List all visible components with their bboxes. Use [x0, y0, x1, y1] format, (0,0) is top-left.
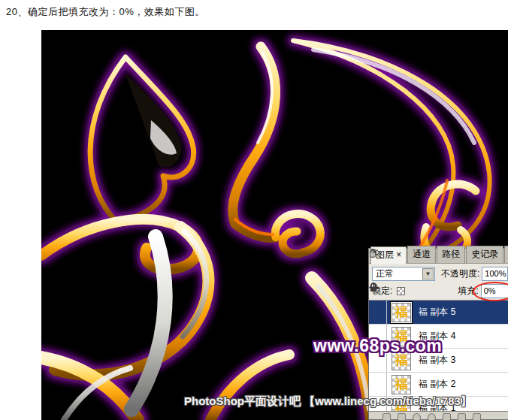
link-layers-icon[interactable]: [382, 413, 391, 420]
photoshop-canvas-image: 图层 × 通道 路径 史记录 动作 正常 ▼ 不透明度: 100% 锁定:: [41, 30, 508, 420]
watermark-68ps: www.68ps.com: [313, 336, 442, 356]
visibility-toggle[interactable]: [369, 301, 387, 325]
layer-name: 福 副本 2: [416, 378, 501, 391]
layer-style-icon[interactable]: [398, 413, 406, 420]
new-layer-icon[interactable]: [458, 413, 466, 420]
blend-mode-value: 正常: [376, 267, 394, 280]
layer-row[interactable]: 福 福 副本 5: [369, 301, 508, 325]
panel-controls: 正常 ▼ 不透明度: 100% 锁定:: [369, 264, 508, 300]
opacity-input[interactable]: 100%: [482, 267, 508, 281]
fill-label: 填充:: [458, 285, 478, 298]
tab-channels[interactable]: 通道: [407, 246, 436, 263]
adjustment-layer-icon[interactable]: [428, 413, 436, 420]
lock-position-icon[interactable]: [425, 286, 437, 297]
opacity-label: 不透明度:: [441, 267, 479, 280]
fill-input[interactable]: 0%: [481, 284, 508, 298]
layer-thumbnail[interactable]: 福: [392, 303, 411, 322]
lock-all-icon[interactable]: [440, 286, 452, 297]
visibility-toggle[interactable]: [369, 373, 387, 397]
chevron-down-icon[interactable]: ▼: [422, 268, 434, 279]
layer-row[interactable]: 福 福 副本 2: [369, 373, 508, 397]
tutorial-page: 20、确定后把填充改为：0%，效果如下图。: [0, 0, 517, 420]
tab-history[interactable]: 史记录: [466, 246, 503, 263]
lock-transparent-pixels-icon[interactable]: [395, 286, 407, 297]
layer-name: 福 副本 5: [416, 306, 501, 319]
delete-layer-icon[interactable]: [473, 413, 481, 420]
page-title: 20、确定后把填充改为：0%，效果如下图。: [6, 5, 205, 19]
blend-mode-select[interactable]: 正常 ▼: [372, 267, 435, 281]
new-group-icon[interactable]: [443, 413, 451, 420]
tab-actions[interactable]: 动作: [504, 246, 508, 263]
layer-mask-icon[interactable]: [413, 413, 421, 420]
lock-image-pixels-icon[interactable]: [410, 286, 422, 297]
tab-paths[interactable]: 路径: [437, 246, 465, 263]
watermark-caption: PhotoShop平面设计吧 【www.linecg.com/tieba/178…: [184, 394, 472, 409]
layer-thumbnail[interactable]: 福: [392, 375, 411, 394]
layer-panel-bottom-bar: [369, 411, 508, 419]
panel-tab-bar: 图层 × 通道 路径 史记录 动作: [369, 249, 508, 264]
